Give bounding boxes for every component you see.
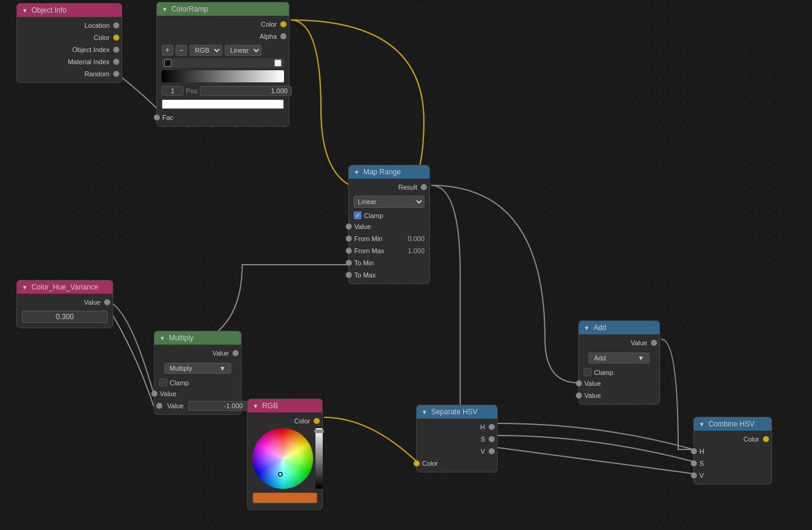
- socket-sep-s[interactable]: [489, 436, 495, 442]
- socket-location-label: Location: [84, 22, 110, 29]
- socket-value-label: Value: [354, 223, 371, 230]
- socket-rgb-color[interactable]: [314, 418, 320, 424]
- node-separate-hsv-header[interactable]: ▼ Separate HSV: [417, 405, 497, 419]
- socket-multiply-value-out[interactable]: [233, 350, 239, 356]
- socket-combine-v-label: V: [699, 472, 704, 479]
- hue-variance-collapse-icon[interactable]: ▼: [22, 284, 28, 291]
- add-clamp-label: Clamp: [594, 369, 613, 376]
- socket-combine-s[interactable]: [691, 460, 697, 466]
- socket-add-value2[interactable]: [576, 393, 582, 399]
- socket-multiply-value-in[interactable]: [151, 391, 157, 397]
- node-add-header[interactable]: ▼ Add: [579, 321, 659, 334]
- socket-frommax[interactable]: [346, 248, 352, 254]
- socket-sep-color-row: Color: [417, 457, 497, 469]
- socket-material-index[interactable]: [113, 59, 119, 65]
- add-dropdown-arrow: ▼: [638, 354, 644, 362]
- add-dropdown-row: Add ▼: [579, 349, 659, 367]
- rgb-brightness-bar[interactable]: [315, 428, 323, 489]
- socket-combine-h-row: H: [694, 445, 771, 457]
- colorramp-color-swatch[interactable]: [162, 99, 284, 109]
- multiply-clamp-label: Clamp: [170, 379, 189, 386]
- colorramp-add-btn[interactable]: +: [162, 45, 173, 56]
- combine-hsv-collapse-icon[interactable]: ▼: [699, 421, 705, 428]
- frommin-value: 0.000: [408, 235, 424, 242]
- socket-object-index[interactable]: [113, 47, 119, 53]
- socket-maprange-value[interactable]: [346, 224, 352, 230]
- socket-add-value1[interactable]: [576, 380, 582, 386]
- socket-add-value-out[interactable]: [651, 340, 657, 346]
- socket-result-row: Result: [349, 181, 429, 193]
- colorramp-handle-left[interactable]: [164, 59, 171, 67]
- node-object-info-title: Object Info: [31, 6, 67, 15]
- node-object-info-header[interactable]: ▼ Object Info: [17, 4, 122, 17]
- socket-combine-color-label: Color: [744, 436, 759, 443]
- socket-colorramp-alpha[interactable]: [280, 33, 286, 39]
- socket-rgb-color-row: Color: [248, 415, 322, 427]
- socket-hue-value[interactable]: [104, 299, 110, 305]
- socket-sep-color[interactable]: [414, 460, 420, 466]
- socket-frommax-row: From Max 1.000: [349, 245, 429, 257]
- socket-sep-v[interactable]: [489, 448, 495, 454]
- maprange-clamp-checkbox[interactable]: ✓: [354, 211, 361, 219]
- socket-sep-s-row: S: [417, 433, 497, 445]
- colorramp-pos-input[interactable]: [200, 86, 292, 96]
- node-object-info: ▼ Object Info Location Color Object Inde…: [16, 3, 122, 83]
- multiply-val-label: Value: [167, 402, 183, 409]
- rgb-color-swatch[interactable]: [253, 492, 317, 503]
- collapse-icon[interactable]: ▼: [22, 7, 28, 14]
- separate-hsv-collapse-icon[interactable]: ▼: [421, 409, 427, 416]
- node-add-title: Add: [593, 323, 606, 332]
- node-colorramp-body: Color Alpha + − RGB Linear Pos: [157, 16, 289, 126]
- add-clamp-checkbox[interactable]: [584, 368, 592, 376]
- colorramp-index-input[interactable]: [162, 86, 183, 96]
- colorramp-interp-select[interactable]: Linear: [225, 45, 262, 56]
- node-rgb-header[interactable]: ▼ RGB: [248, 399, 322, 412]
- multiply-dropdown[interactable]: Multiply ▼: [164, 363, 231, 374]
- node-maprange-header[interactable]: ▼ Map Range: [349, 165, 429, 179]
- socket-tomin[interactable]: [346, 260, 352, 266]
- rgb-collapse-icon[interactable]: ▼: [253, 403, 259, 409]
- multiply-collapse-icon[interactable]: ▼: [159, 335, 165, 342]
- socket-result[interactable]: [421, 184, 427, 190]
- node-hue-variance-header[interactable]: ▼ Color_Hue_Variance: [17, 280, 113, 294]
- colorramp-rgb-select[interactable]: RGB: [190, 45, 222, 56]
- multiply-clamp-checkbox[interactable]: [159, 379, 167, 386]
- socket-combine-v[interactable]: [691, 472, 697, 479]
- maprange-collapse-icon[interactable]: ▼: [354, 169, 360, 176]
- socket-combine-s-label: S: [699, 460, 704, 467]
- socket-random[interactable]: [113, 71, 119, 77]
- node-colorramp-header[interactable]: ▼ ColorRamp: [157, 2, 289, 16]
- node-combine-hsv-header[interactable]: ▼ Combine HSV: [694, 417, 771, 431]
- multiply-value-input-row: Value: [154, 400, 241, 412]
- rgb-wheel[interactable]: [253, 428, 313, 489]
- socket-add-value2-label: Value: [584, 392, 601, 399]
- socket-fac[interactable]: [154, 114, 160, 121]
- socket-combine-color[interactable]: [763, 436, 769, 442]
- socket-sep-h[interactable]: [489, 424, 495, 430]
- socket-sep-color-label: Color: [422, 460, 438, 467]
- add-dropdown[interactable]: Add ▼: [589, 353, 650, 363]
- socket-material-index-label: Material Index: [68, 58, 110, 65]
- socket-frommin[interactable]: [346, 236, 352, 242]
- node-combine-hsv: ▼ Combine HSV Color H S V: [693, 417, 772, 485]
- colorramp-remove-btn[interactable]: −: [176, 45, 187, 56]
- socket-random-label: Random: [84, 70, 110, 78]
- socket-location-row: Location: [17, 19, 122, 31]
- socket-combine-color-row: Color: [694, 433, 771, 445]
- node-multiply-header[interactable]: ▼ Multiply: [154, 331, 241, 345]
- socket-multiply-value2[interactable]: [156, 403, 162, 409]
- colorramp-handle-right[interactable]: [274, 59, 282, 67]
- colorramp-pos-label: Pos: [186, 87, 197, 94]
- add-collapse-icon[interactable]: ▼: [584, 325, 590, 331]
- socket-colorramp-color[interactable]: [280, 21, 286, 27]
- color-wheel-cursor: [278, 472, 283, 477]
- socket-add-value-out-label: Value: [631, 339, 647, 346]
- socket-location[interactable]: [113, 22, 119, 28]
- hue-variance-value-display: 0.300: [22, 311, 108, 323]
- socket-combine-h[interactable]: [691, 448, 697, 454]
- socket-tomax[interactable]: [346, 272, 352, 278]
- colorramp-collapse-icon[interactable]: ▼: [162, 6, 168, 13]
- maprange-interp-select[interactable]: Linear: [354, 196, 424, 208]
- socket-color[interactable]: [113, 35, 119, 41]
- colorramp-slider-area[interactable]: [162, 58, 284, 68]
